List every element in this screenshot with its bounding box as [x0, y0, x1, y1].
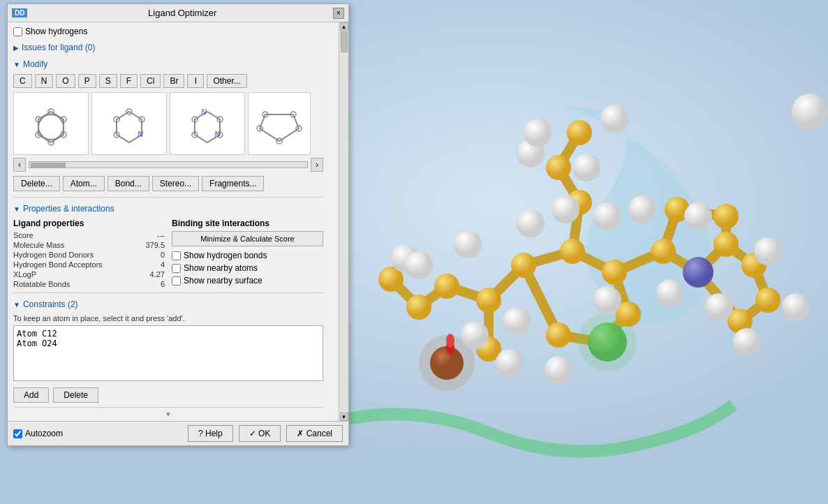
atom-btn-br[interactable]: Br [163, 74, 184, 88]
show-nearby-surface-label: Show nearby surface [184, 276, 263, 286]
delete-constraint-button[interactable]: Delete [53, 387, 98, 403]
fragment-scroll-right[interactable]: › [311, 158, 323, 172]
svg-point-42 [755, 288, 781, 313]
scroll-track [340, 31, 348, 413]
svg-point-39 [651, 239, 676, 264]
atom-btn-s[interactable]: S [99, 74, 117, 88]
atom-btn-f[interactable]: F [120, 74, 138, 88]
prop-xlogp-value: 4.27 [150, 270, 165, 279]
prop-rot-bonds-value: 6 [161, 280, 165, 288]
svg-point-62 [782, 293, 810, 321]
fragment-pyridine[interactable]: N [91, 92, 167, 155]
constraints-label: Constraints (2) [23, 299, 78, 309]
delete-button[interactable]: Delete... [13, 176, 60, 191]
close-button[interactable]: × [333, 8, 344, 19]
svg-point-35 [602, 260, 627, 285]
constraints-arrow: ▼ [13, 301, 20, 309]
issues-section-header[interactable]: ▶ Issues for ligand (0) [13, 40, 323, 54]
properties-label: Properties & interactions [23, 204, 114, 214]
svg-point-33 [511, 253, 536, 278]
constraint-buttons: Add Delete [13, 387, 323, 403]
show-hydrogens-checkbox[interactable] [13, 27, 22, 36]
scroll-thumb[interactable] [341, 31, 348, 52]
svg-point-58 [503, 307, 531, 335]
svg-text:N: N [138, 130, 143, 138]
atom-btn-i[interactable]: I [187, 74, 204, 88]
add-constraint-button[interactable]: Add [13, 387, 49, 403]
svg-point-67 [524, 119, 552, 147]
ligand-properties: Ligand properties Score --- Molecule Mas… [13, 218, 165, 290]
show-hbonds-row: Show hydrogen bonds [172, 251, 323, 260]
prop-hbd-value: 0 [161, 251, 165, 259]
scroll-up-button[interactable]: ▲ [340, 22, 348, 31]
svg-point-31 [446, 334, 454, 348]
panel-title: Ligand Optimizer [31, 8, 333, 18]
constraints-list[interactable]: Atom C12 Atom O24 [13, 325, 323, 381]
svg-point-50 [546, 155, 571, 180]
show-nearby-surface-checkbox[interactable] [172, 276, 181, 286]
autozoom-checkbox[interactable] [13, 429, 22, 438]
svg-point-32 [476, 288, 501, 313]
svg-point-71 [496, 349, 524, 377]
svg-point-37 [546, 323, 571, 348]
svg-point-75 [38, 114, 64, 140]
atom-btn-other[interactable]: Other... [207, 74, 246, 88]
prop-mass-name: Molecule Mass [13, 241, 64, 249]
atom-btn-n[interactable]: N [35, 74, 54, 88]
fragment-pyrimidine[interactable]: N N [170, 92, 245, 155]
fragments-button[interactable]: Fragments... [202, 176, 264, 191]
atom-btn-cl[interactable]: Cl [140, 74, 161, 88]
constraints-section: ▼ Constraints (2) To keep an atom in pla… [13, 292, 323, 403]
prop-xlogp: XLogP 4.27 [13, 270, 165, 279]
constraints-section-header[interactable]: ▼ Constraints (2) [13, 297, 323, 311]
properties-section: ▼ Properties & interactions Ligand prope… [13, 197, 323, 290]
svg-marker-76 [38, 112, 64, 142]
help-button[interactable]: ? Help [188, 425, 233, 442]
svg-text:N: N [201, 108, 207, 116]
prop-rot-bonds-name: Rotatable Bonds [13, 280, 70, 288]
show-hydrogens-row: Show hydrogens [13, 27, 323, 36]
prop-hba-name: Hydrogen Bond Acceptors [13, 260, 103, 269]
svg-point-56 [593, 286, 621, 314]
prop-score-name: Score [13, 231, 34, 239]
issues-arrow: ▶ [13, 44, 19, 52]
svg-point-63 [754, 237, 782, 265]
props-grid: Ligand properties Score --- Molecule Mas… [13, 218, 323, 290]
modify-section-header[interactable]: ▼ Modify [13, 57, 323, 71]
stereo-button[interactable]: Stereo... [152, 176, 199, 191]
atom-btn-c[interactable]: C [13, 74, 32, 88]
show-nearby-atoms-checkbox[interactable] [172, 264, 181, 273]
bond-button[interactable]: Bond... [108, 176, 149, 191]
cancel-button[interactable]: ✗ Cancel [286, 425, 343, 442]
bottom-toolbar: Autozoom ? Help ✓ OK ✗ Cancel [8, 421, 348, 445]
show-hbonds-checkbox[interactable] [172, 251, 181, 260]
show-nearby-atoms-row: Show nearby atoms [172, 263, 323, 273]
fragment-morpholine[interactable] [248, 92, 311, 155]
svg-point-61 [733, 328, 761, 356]
ok-button[interactable]: ✓ OK [239, 425, 281, 442]
binding-site: Binding site interactions Minimize & Cal… [172, 218, 323, 290]
fragment-scroll-left[interactable]: ‹ [13, 158, 26, 172]
action-buttons: Delete... Atom... Bond... Stereo... Frag… [13, 176, 323, 191]
fragment-grid: N N N [13, 92, 323, 155]
atom-btn-p[interactable]: P [78, 74, 96, 88]
properties-arrow: ▼ [13, 205, 20, 213]
fragment-benzene[interactable] [13, 92, 89, 155]
autozoom-row: Autozoom [13, 429, 63, 438]
fragment-scroll-track[interactable] [29, 161, 308, 168]
svg-point-64 [684, 202, 712, 230]
modify-arrow: ▼ [13, 61, 20, 68]
svg-point-49 [714, 204, 739, 229]
atom-btn-o[interactable]: O [56, 74, 75, 88]
svg-point-54 [593, 202, 621, 230]
atom-button[interactable]: Atom... [63, 176, 105, 191]
prop-hba: Hydrogen Bond Acceptors 4 [13, 260, 165, 269]
prop-hbd: Hydrogen Bond Donors 0 [13, 251, 165, 259]
scrollbar: ▲ ▼ [339, 22, 348, 421]
scroll-down-area: ▼ [13, 407, 323, 421]
properties-section-header[interactable]: ▼ Properties & interactions [13, 202, 323, 216]
prop-score-value: --- [157, 231, 165, 239]
svg-point-25 [683, 257, 714, 288]
scroll-down-button[interactable]: ▼ [340, 413, 348, 421]
minimize-calculate-button[interactable]: Minimize & Calculate Score [172, 231, 323, 246]
